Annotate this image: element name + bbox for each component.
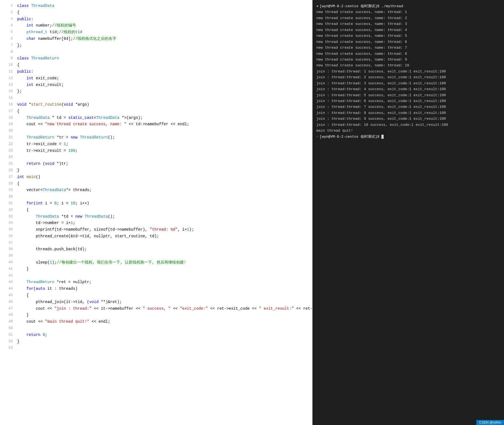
token-type: ThreadReturn xyxy=(80,135,108,140)
token-number: 1 xyxy=(71,221,73,225)
terminal-line: new thread create success, name: thread:… xyxy=(316,39,500,45)
token-plain: tr->exit_result = xyxy=(17,148,68,153)
line-number: 33 xyxy=(3,213,13,220)
token-kw: public xyxy=(17,17,31,21)
token-kw: int xyxy=(36,201,43,205)
token-plain: *args) xyxy=(73,102,89,107)
token-kw: new xyxy=(71,135,77,140)
token-kw: char xyxy=(27,36,36,41)
terminal-line: join : thread:thread: 7 success, exit_co… xyxy=(316,104,500,110)
token-plain: cout << xyxy=(17,306,54,311)
token-plain: { xyxy=(17,208,29,212)
terminal-line: join : thread:thread: 8 success, exit_co… xyxy=(316,110,500,116)
code-content: cout << "new thread create success, name… xyxy=(17,121,312,128)
token-str: "new thread create success, name: " xyxy=(45,122,126,126)
line-number: 20 xyxy=(3,128,13,134)
code-content: ThreadData *td = new ThreadData(); xyxy=(17,213,312,220)
terminal-output: new thread create success, name: thread:… xyxy=(316,51,407,57)
code-line: 25 return (void *)tr; xyxy=(3,161,312,167)
terminal-output: join : thread:thread: 9 success, exit_co… xyxy=(316,116,446,122)
terminal-line: join : thread:thread: 2 success, exit_co… xyxy=(316,74,500,80)
code-content: snprintf(td->namebuffer, sizeof(td->name… xyxy=(17,226,312,233)
terminal-output: join : thread:thread: 5 success, exit_co… xyxy=(316,92,446,98)
code-line: 13 int exit_result; xyxy=(3,82,312,88)
line-number: 13 xyxy=(3,82,13,88)
code-line: 32 { xyxy=(3,207,312,213)
token-plain: i = xyxy=(43,201,54,205)
token-plain xyxy=(17,201,27,205)
terminal-line: new thread create success, name: thread:… xyxy=(316,62,500,68)
code-content: { xyxy=(17,181,312,187)
code-line: 52} xyxy=(3,338,312,345)
token-plain xyxy=(17,286,27,291)
token-str: " exit_result:" xyxy=(259,306,294,311)
code-line: 17{ xyxy=(3,108,312,115)
line-number: 44 xyxy=(3,286,13,292)
token-plain xyxy=(17,333,27,337)
code-content: tr->exit_code = 1; xyxy=(17,141,312,148)
code-content: class ThreadData xyxy=(17,3,312,9)
line-number: 1 xyxy=(3,3,13,9)
token-type: ThreadData xyxy=(36,214,59,219)
terminal-output: new thread create success, name: thread:… xyxy=(316,33,407,39)
code-content: } xyxy=(17,266,312,273)
token-plain: *td = xyxy=(59,214,75,219)
code-line: 3public: xyxy=(3,16,312,23)
line-number: 45 xyxy=(3,292,13,299)
line-number: 38 xyxy=(3,246,13,253)
code-content: } xyxy=(17,312,312,319)
code-line: 22 tr->exit_code = 1; xyxy=(3,141,312,148)
line-number: 23 xyxy=(3,148,13,154)
code-line: 36 pthread_create(&td->tid, nullptr, sta… xyxy=(3,233,312,240)
line-number: 43 xyxy=(3,279,13,286)
code-line: 41 } xyxy=(3,266,312,273)
line-number: 29 xyxy=(3,187,13,194)
code-content: { xyxy=(17,207,312,213)
code-content: sleep(1);//每创建出一个线程, 我们先等一下, 让新线程跑一下, 然后… xyxy=(17,259,312,266)
code-content xyxy=(17,49,312,56)
code-line: 29 vector<ThreadData*> threads; xyxy=(3,187,312,194)
token-fn: main xyxy=(27,175,36,179)
code-line: 19 cout << "new thread create success, n… xyxy=(3,121,312,128)
terminal-output: new thread create success, name: thread:… xyxy=(316,21,407,27)
token-plain: }; xyxy=(17,89,22,93)
line-number: 28 xyxy=(3,181,13,187)
token-type: ThreadReturn xyxy=(27,280,55,284)
token-plain xyxy=(17,30,27,34)
terminal-line: join : thread:thread: 3 success, exit_co… xyxy=(316,80,500,86)
token-plain: : xyxy=(31,17,33,21)
token-str: " success, " xyxy=(143,306,171,311)
code-line: 7}; xyxy=(3,42,312,49)
token-plain: { xyxy=(17,109,19,113)
token-plain: ; xyxy=(66,142,68,146)
token-number: 10 xyxy=(71,201,75,205)
token-type: ThreadData xyxy=(85,214,108,219)
terminal-line: new thread create success, name: thread:… xyxy=(316,33,500,39)
terminal-output: join : thread:thread: 7 success, exit_co… xyxy=(316,104,446,110)
token-plain: pthread_join(it->tid, ( xyxy=(17,300,89,304)
token-plain: << ret->exit_result << endl; xyxy=(294,306,312,311)
code-line: 51 return 0; xyxy=(3,332,312,338)
token-str: "thread: %d" xyxy=(150,227,178,232)
code-content xyxy=(17,345,312,351)
line-number: 40 xyxy=(3,259,13,266)
terminal-line: new thread create success, name: thread:… xyxy=(316,27,500,33)
line-number: 50 xyxy=(3,325,13,332)
terminal-line: join : thread:thread: 6 success, exit_co… xyxy=(316,98,500,104)
line-number: 34 xyxy=(3,220,13,226)
code-content: pthread_join(it->tid, (void **)&ret); xyxy=(17,299,312,306)
line-number: 5 xyxy=(3,29,13,36)
line-number: 52 xyxy=(3,338,13,345)
token-kw: return xyxy=(27,333,40,337)
code-line: 31 for(int i = 0; i < 10; i++) xyxy=(3,200,312,207)
code-line: 16void *start_routine(void *args) xyxy=(3,101,312,108)
line-number: 19 xyxy=(3,121,13,128)
code-content: threads.push_back(td); xyxy=(17,246,312,253)
token-kw: void xyxy=(89,300,99,304)
token-plain: * td = xyxy=(50,116,68,120)
token-plain: snprintf(td->namebuffer, sizeof(td->name… xyxy=(17,227,150,232)
terminal-line: new thread create success, name: thread:… xyxy=(316,51,500,57)
line-number: 17 xyxy=(3,108,13,115)
token-plain xyxy=(17,135,27,140)
terminal-output: join : thread:thread: 8 success, exit_co… xyxy=(316,110,446,116)
